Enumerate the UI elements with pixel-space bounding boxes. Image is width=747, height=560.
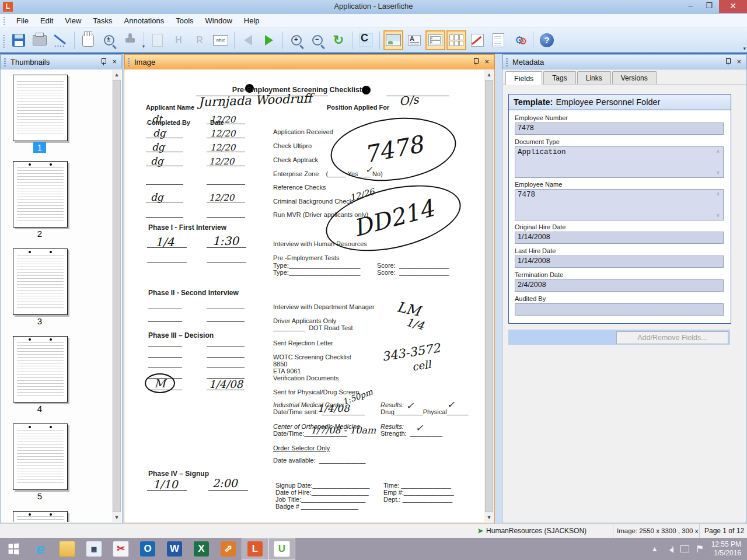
doc-item: Interview with Department Manager: [273, 303, 375, 310]
menu-tasks[interactable]: Tasks: [87, 15, 118, 26]
close-button[interactable]: ✕: [719, 0, 747, 13]
taskbar-clock[interactable]: 12:55 PM 1/5/2016: [711, 540, 741, 558]
tab-versions[interactable]: Versions: [612, 71, 657, 84]
thumbnail-page-3[interactable]: [13, 249, 68, 315]
doc-item: Application Received: [273, 128, 333, 135]
network-icon[interactable]: [680, 545, 689, 552]
image-view-button[interactable]: [383, 30, 403, 50]
document-canvas[interactable]: Pre-Employment Screening Checklist Appli…: [125, 70, 484, 522]
scan-button[interactable]: [51, 30, 71, 50]
taskbar-laserfiche[interactable]: L: [242, 538, 268, 560]
menu-help[interactable]: Help: [238, 15, 266, 26]
next-page-icon: [265, 35, 273, 46]
taskbar-word[interactable]: W: [161, 538, 188, 560]
taskbar-file-explorer[interactable]: [54, 538, 81, 560]
tab-links[interactable]: Links: [577, 71, 611, 84]
hw-check: ✓: [447, 399, 455, 410]
page-number-2[interactable]: 2: [13, 229, 67, 239]
thumbnail-page-4[interactable]: [13, 336, 68, 402]
page-number-3[interactable]: 3: [13, 316, 67, 326]
refresh-button[interactable]: ↻: [329, 30, 348, 50]
fields-pane-button[interactable]: xx: [425, 30, 445, 50]
pan-window-icon: C: [359, 33, 373, 47]
taskbar-outlook[interactable]: O: [134, 538, 161, 560]
scroll-up-icon[interactable]: ▲: [112, 70, 121, 79]
volume-icon[interactable]: [666, 546, 672, 552]
thumbnail-page-2[interactable]: [13, 161, 68, 228]
text-select-button[interactable]: ab|c: [211, 30, 231, 50]
text-view-button[interactable]: A: [404, 30, 424, 50]
hw-date: 12/20: [209, 156, 234, 167]
taskbar-internet-explorer[interactable]: e: [27, 538, 54, 560]
close-panel-icon[interactable]: ×: [736, 58, 741, 65]
save-button[interactable]: [9, 30, 29, 50]
scroll-up-icon[interactable]: ▲: [484, 70, 494, 79]
taskbar-laserfiche-scanning[interactable]: ⇗: [215, 538, 242, 560]
toolbar-overflow-icon[interactable]: ▾: [743, 46, 746, 51]
scroll-down-icon[interactable]: ▼: [484, 513, 494, 522]
taskbar-snipping-tool[interactable]: ✂: [107, 538, 134, 560]
redact-button[interactable]: R: [190, 30, 210, 50]
menu-annotations[interactable]: Annotations: [118, 15, 170, 26]
document-properties-button[interactable]: [488, 30, 508, 50]
spinner-icons[interactable]: ∧∨: [714, 191, 722, 219]
menu-window[interactable]: Window: [200, 15, 238, 26]
page-number-4[interactable]: 4: [13, 404, 67, 414]
termination-date-input[interactable]: 2/4/2008: [515, 279, 724, 292]
employee-name-input[interactable]: 7478 ∧∨: [515, 189, 724, 220]
field-label: Original Hire Date: [515, 223, 724, 230]
page-number-1[interactable]: 1: [13, 142, 67, 152]
restore-button[interactable]: ❐: [700, 0, 718, 13]
start-button[interactable]: [0, 538, 27, 560]
taskbar-calculator[interactable]: ▦: [81, 538, 107, 560]
taskbar-ultipro[interactable]: U: [268, 538, 295, 560]
spinner-icons[interactable]: ∧∨: [714, 148, 722, 176]
pages-button[interactable]: [148, 30, 167, 50]
menu-edit[interactable]: Edit: [34, 15, 59, 26]
highlight-button[interactable]: H: [169, 30, 189, 50]
metadata-title: Metadata: [512, 58, 544, 66]
pin-icon[interactable]: [725, 58, 731, 65]
next-page-button[interactable]: [259, 30, 279, 50]
zoom-select-button[interactable]: ±: [99, 30, 119, 50]
add-remove-fields-button[interactable]: Add/Remove Fields...: [616, 331, 728, 344]
thumbnail-page-6[interactable]: [13, 511, 68, 522]
menu-view[interactable]: View: [59, 15, 87, 26]
hw-date: 1/4: [155, 235, 174, 249]
pin-icon[interactable]: [100, 58, 106, 65]
employee-number-input[interactable]: 7478: [515, 123, 724, 135]
zoom-in-button[interactable]: +: [287, 30, 306, 50]
doc-item: Pre -Employment Tests: [273, 254, 340, 261]
help-button[interactable]: ?: [537, 30, 557, 50]
options-button[interactable]: ⚙⚙: [509, 30, 529, 50]
thumbnail-page-5[interactable]: [13, 424, 68, 490]
audited-by-input[interactable]: [515, 303, 724, 316]
pin-icon[interactable]: [473, 58, 479, 65]
tray-chevron-icon[interactable]: ▲: [651, 545, 658, 553]
document-type-input[interactable]: Application ∧∨: [515, 146, 724, 178]
pan-window-button[interactable]: C: [356, 30, 376, 50]
page-number-5[interactable]: 5: [13, 491, 67, 501]
zoom-out-button[interactable]: −: [308, 30, 327, 50]
edit-annotations-button[interactable]: [467, 30, 487, 50]
taskbar-excel[interactable]: X: [188, 538, 215, 560]
thumbnails-pane-button[interactable]: [446, 30, 466, 50]
image-scrollbar[interactable]: ▲ ▼: [484, 70, 494, 522]
stamp-button[interactable]: ▾: [120, 30, 140, 50]
thumbnail-page-1[interactable]: [13, 75, 68, 141]
scroll-down-icon[interactable]: ▼: [112, 513, 121, 522]
minimize-button[interactable]: –: [682, 0, 699, 13]
previous-page-button[interactable]: [238, 30, 258, 50]
original-hire-date-input[interactable]: 1/14/2008: [515, 232, 724, 244]
action-center-flag-icon[interactable]: [697, 545, 703, 552]
menu-tools[interactable]: Tools: [170, 15, 199, 26]
last-hire-date-input[interactable]: 1/14/2008: [515, 256, 724, 268]
pan-button[interactable]: [78, 30, 98, 50]
menu-file[interactable]: File: [11, 15, 34, 26]
close-panel-icon[interactable]: ×: [484, 58, 489, 65]
print-button[interactable]: [30, 30, 50, 50]
thumbnails-scrollbar[interactable]: ▲ ▼: [112, 70, 121, 522]
tab-tags[interactable]: Tags: [543, 71, 575, 84]
close-panel-icon[interactable]: ×: [112, 58, 117, 65]
tab-fields[interactable]: Fields: [505, 71, 542, 85]
